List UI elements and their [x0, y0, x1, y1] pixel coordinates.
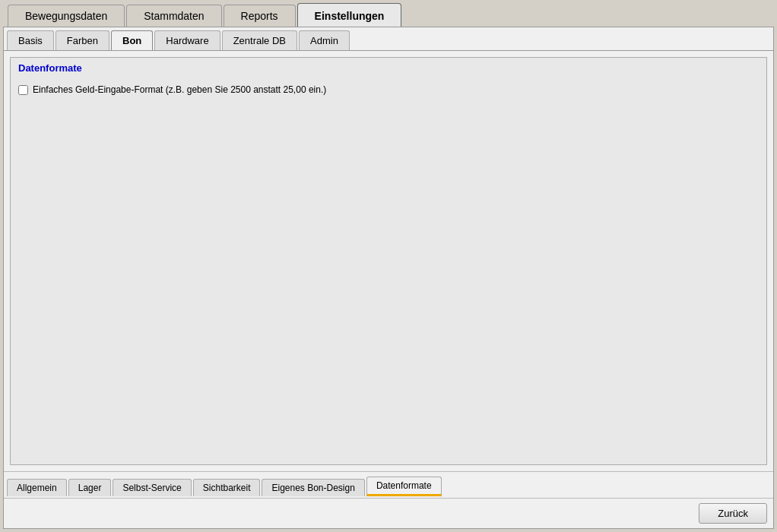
section-box: Datenformate Einfaches Geld-Eingabe-Form…: [10, 57, 767, 465]
tab-zentrale-db[interactable]: Zentrale DB: [222, 30, 297, 50]
tab-admin[interactable]: Admin: [299, 30, 350, 50]
tab-einstellungen[interactable]: Einstellungen: [297, 3, 402, 27]
section-title: Datenformate: [18, 62, 759, 74]
back-button[interactable]: Zurück: [699, 503, 767, 524]
main-container: Bewegungsdaten Stammdaten Reports Einste…: [0, 0, 777, 532]
tab-stammdaten[interactable]: Stammdaten: [126, 5, 221, 27]
tab-bewegungsdaten[interactable]: Bewegungsdaten: [8, 5, 125, 27]
bottom-tab-lager[interactable]: Lager: [68, 479, 112, 496]
content-area: Basis Farben Bon Hardware Zentrale DB Ad…: [3, 27, 774, 529]
simple-money-checkbox[interactable]: [18, 85, 28, 95]
top-tab-bar: Bewegungsdaten Stammdaten Reports Einste…: [3, 3, 774, 27]
footer: Zurück: [4, 498, 773, 528]
tab-basis[interactable]: Basis: [7, 30, 54, 50]
bottom-tab-sichtbarkeit[interactable]: Sichtbarkeit: [193, 479, 261, 496]
bottom-tab-eigenes-bon-design[interactable]: Eigenes Bon-Design: [262, 479, 364, 496]
second-tab-bar: Basis Farben Bon Hardware Zentrale DB Ad…: [4, 27, 773, 51]
simple-money-label: Einfaches Geld-Eingabe-Format (z.B. gebe…: [33, 84, 326, 95]
checkbox-row: Einfaches Geld-Eingabe-Format (z.B. gebe…: [18, 84, 759, 95]
tab-bon[interactable]: Bon: [111, 30, 153, 50]
tab-farben[interactable]: Farben: [56, 30, 109, 50]
bottom-tab-selbst-service[interactable]: Selbst-Service: [113, 479, 191, 496]
tab-reports[interactable]: Reports: [224, 5, 296, 27]
bottom-tab-bar: Allgemein Lager Selbst-Service Sichtbark…: [4, 471, 773, 498]
bottom-tab-allgemein[interactable]: Allgemein: [7, 479, 67, 496]
inner-panel: Datenformate Einfaches Geld-Eingabe-Form…: [4, 51, 773, 471]
tab-hardware[interactable]: Hardware: [154, 30, 220, 50]
bottom-tab-datenformate[interactable]: Datenformate: [366, 477, 442, 496]
